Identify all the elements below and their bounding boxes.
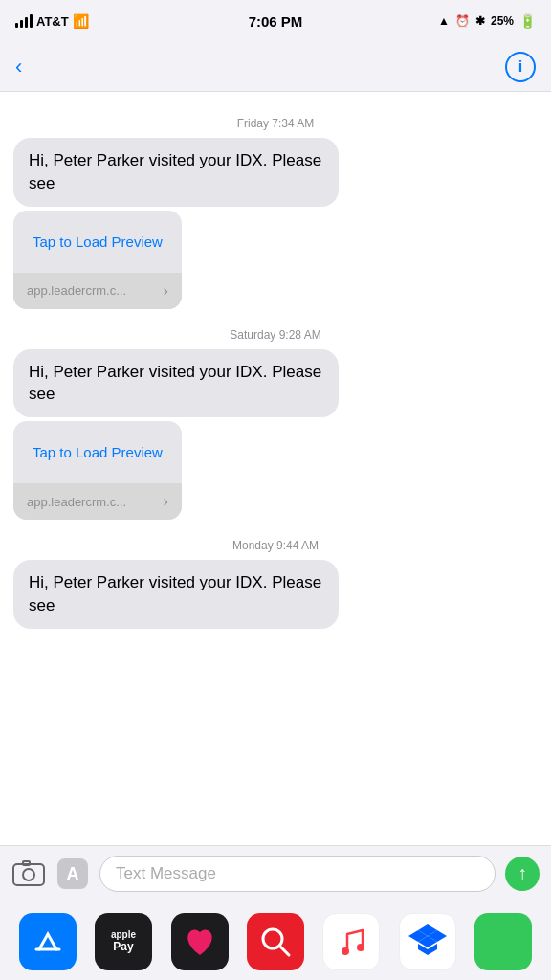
timestamp-2: Saturday 9:28 AM [0,328,551,342]
svg-text:Pay: Pay [113,940,134,953]
wifi-icon: 📶 [73,13,89,29]
bubble-text-2: Hi, Peter Parker visited your IDX. Pleas… [13,349,339,418]
camera-button[interactable] [11,857,46,891]
dock-clips[interactable] [171,913,229,970]
dock-greenapp[interactable] [474,913,532,970]
text-message-input[interactable]: Text Message [99,856,496,892]
status-bar: AT&T 📶 7:06 PM ▲ ⏰ ✱ 25% 🔋 [0,0,551,42]
alarm-icon: ⏰ [455,14,470,28]
nav-bar: ‹ i [0,42,551,92]
link-footer-2[interactable]: app.leadercrm.c... › [13,483,182,520]
status-time: 7:06 PM [249,13,303,30]
chevron-icon-2: › [164,493,168,510]
send-button[interactable]: ↑ [505,857,540,891]
link-footer-1[interactable]: app.leadercrm.c... › [13,273,182,309]
link-preview-1[interactable]: Tap to Load Preview app.leadercrm.c... › [13,211,182,309]
appstore-icon [25,919,71,965]
placeholder-text: Text Message [116,864,216,883]
dropbox-icon [405,919,451,965]
tap-to-load-2[interactable]: Tap to Load Preview [13,421,182,483]
appstore-button[interactable]: A [55,857,90,891]
camera-icon [11,857,46,891]
battery-icon: 🔋 [519,13,536,29]
timestamp-1: Friday 7:34 AM [0,117,551,130]
send-arrow-icon: ↑ [518,863,527,882]
svg-point-11 [357,944,364,951]
location-icon: ▲ [438,14,450,28]
svg-rect-0 [13,864,44,885]
link-preview-2[interactable]: Tap to Load Preview app.leadercrm.c... › [13,421,182,520]
greenapp-icon [480,919,526,965]
input-bar: A Text Message ↑ [0,845,551,902]
dock-music[interactable] [322,913,380,970]
link-url-1: app.leadercrm.c... [27,283,126,298]
message-group-2: Hi, Peter Parker visited your IDX. Pleas… [0,349,551,524]
carrier-label: AT&T [36,14,69,29]
svg-rect-18 [480,919,526,965]
svg-line-9 [279,946,289,955]
info-button[interactable]: i [505,52,536,82]
bubble-text-3: Hi, Peter Parker visited your IDX. Pleas… [13,560,339,629]
appstore-small-icon: A [55,857,90,891]
link-url-2: app.leadercrm.c... [27,495,126,509]
bluetooth-icon: ✱ [475,14,485,28]
music-icon [328,919,374,965]
dock: apple Pay [0,902,551,980]
back-button[interactable]: ‹ [15,55,22,79]
timestamp-3: Monday 9:44 AM [0,539,551,552]
dock-applepay[interactable]: apple Pay [95,913,152,970]
dock-appstore[interactable] [19,913,77,970]
message-group-3: Hi, Peter Parker visited your IDX. Pleas… [0,560,551,633]
bubble-text-1: Hi, Peter Parker visited your IDX. Pleas… [13,138,339,207]
dock-search[interactable] [247,913,304,970]
message-group-1: Hi, Peter Parker visited your IDX. Pleas… [0,138,551,313]
svg-point-10 [342,947,349,955]
svg-point-1 [23,869,34,880]
dock-dropbox[interactable] [399,913,456,970]
clips-icon [177,919,223,965]
messages-area: Friday 7:34 AM Hi, Peter Parker visited … [0,92,551,793]
tap-to-load-1[interactable]: Tap to Load Preview [13,211,182,273]
search-icon [253,919,298,965]
chevron-icon-1: › [164,282,168,300]
status-right: ▲ ⏰ ✱ 25% 🔋 [438,13,536,29]
signal-icon [15,14,33,28]
applepay-icon: apple Pay [100,919,146,965]
svg-text:A: A [67,864,79,883]
battery-label: 25% [491,14,514,28]
status-left: AT&T 📶 [15,13,89,29]
svg-text:apple: apple [111,929,137,940]
